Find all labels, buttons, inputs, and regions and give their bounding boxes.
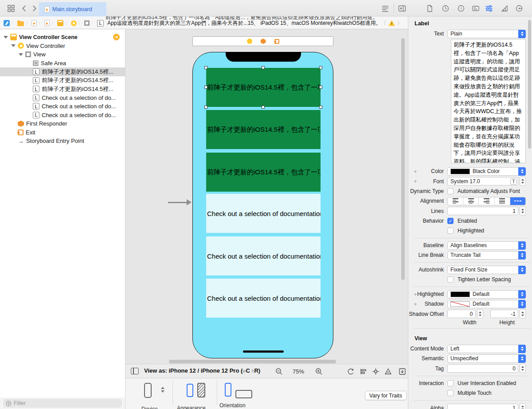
embed-icon[interactable] [399, 368, 406, 375]
shadow-width-field[interactable]: 0 [447, 310, 476, 318]
connections-inspector-icon[interactable] [515, 4, 523, 12]
multiple-touch-checkbox[interactable] [447, 390, 454, 396]
outline-toggle-icon[interactable] [131, 368, 139, 374]
file-inspector-icon[interactable] [426, 4, 434, 12]
align-justify-segment[interactable] [495, 197, 510, 205]
font-field[interactable]: System 17.0 T [447, 177, 518, 185]
size-inspector-icon[interactable] [501, 4, 509, 12]
tab-overview-icon[interactable] [7, 4, 15, 12]
baseline-dropdown[interactable]: Align Baselines [447, 241, 526, 250]
dropdown-stepper[interactable] [518, 251, 526, 260]
help-inspector-icon[interactable]: ? [457, 4, 465, 12]
zoom-in-icon[interactable] [315, 368, 323, 375]
storyboard-file-icon[interactable] [31, 20, 37, 26]
resize-handle[interactable] [204, 66, 207, 69]
outline-item-label-3[interactable]: L 前陣子才更新的iOS14.5裡... [0, 85, 125, 94]
dropdown-stepper[interactable] [518, 354, 526, 363]
alpha-field[interactable]: 1 [447, 404, 518, 409]
add-variation-icon[interactable]: + [414, 291, 417, 298]
cyan-label[interactable]: Check out a selection of documentation..… [206, 236, 321, 275]
dropdown-stepper[interactable] [518, 241, 526, 250]
outline-item-view[interactable]: View [0, 50, 125, 59]
resize-handle[interactable] [319, 106, 322, 109]
device-stepper-icon[interactable] [161, 387, 164, 393]
font-picker-icon[interactable]: T [510, 178, 517, 185]
shadow-width-stepper[interactable] [477, 309, 483, 319]
back-button[interactable] [20, 4, 28, 12]
shadow-height-stepper[interactable] [520, 309, 526, 319]
horizontal-scrollbar[interactable] [169, 360, 336, 363]
dropdown-stepper[interactable] [518, 290, 526, 299]
disclosure-triangle[interactable] [11, 44, 16, 47]
auto-adjusts-font-checkbox[interactable] [447, 188, 454, 194]
cyan-label[interactable]: Check out a selection of documentation..… [206, 279, 321, 318]
semantic-dropdown[interactable]: Unspecified [447, 354, 526, 363]
outline-item-label-6[interactable]: L Check out a selection of do... [0, 111, 125, 120]
align-right-segment[interactable] [479, 197, 494, 205]
view-controller-dock-icon[interactable] [247, 39, 252, 44]
outline-item-label-2[interactable]: L 前陣子才更新的iOS14.5裡... [0, 76, 125, 85]
outline-item-entry-point[interactable]: → Storyboard Entry Point [0, 137, 125, 146]
label-badge-icon[interactable]: L [97, 20, 104, 27]
folder-icon[interactable] [17, 21, 24, 26]
align-natural-segment[interactable] [510, 197, 525, 205]
update-frames-icon[interactable] [347, 368, 355, 375]
tag-field[interactable]: 0 [447, 364, 518, 373]
forward-button[interactable] [30, 4, 38, 12]
color-dropdown[interactable]: Black Color [447, 167, 526, 176]
tab-main-storyboard[interactable]: Main.storyboard [39, 2, 106, 16]
project-icon[interactable] [4, 20, 10, 26]
breadcrumb[interactable]: 〉 〉 〉 〉 〉 〉 〉 L App追蹤透明度是針對廣大的第三方App們，蘋果… [4, 19, 404, 27]
outline-scene-header[interactable]: View Controller Scene ➔ [0, 33, 125, 42]
highlighted-color-dropdown[interactable]: Default [447, 290, 526, 299]
align-icon[interactable] [360, 368, 367, 375]
content-mode-dropdown[interactable]: Left [447, 345, 526, 353]
font-size-stepper[interactable] [520, 177, 526, 186]
add-variation-icon[interactable]: + [414, 301, 417, 307]
zoom-level[interactable]: 75% [288, 368, 309, 375]
device-phone-icon[interactable] [144, 383, 152, 398]
shadow-color-dropdown[interactable]: Default [447, 300, 526, 308]
label-text-area[interactable]: 前陣子才更新的iOS14.5裡，包含了一項名為「App追蹤透明度」的功能，讓用戶… [451, 39, 526, 163]
scene-icon[interactable] [57, 20, 63, 26]
next-issue-button[interactable]: 〉 [397, 20, 403, 27]
orientation-portrait-icon[interactable] [225, 383, 231, 397]
disclosure-triangle[interactable] [4, 36, 8, 39]
view-icon[interactable] [84, 20, 90, 26]
highlighted-checkbox[interactable] [447, 228, 454, 234]
autoshrink-dropdown[interactable]: Fixed Font Size [447, 266, 526, 274]
align-left-segment[interactable] [448, 197, 463, 205]
cyan-label[interactable]: Check out a selection of documentation..… [206, 194, 321, 233]
outline-item-label-1[interactable]: L 前陣子才更新的iOS14.5裡... [0, 67, 125, 76]
inspector-scrollbar[interactable] [528, 20, 531, 149]
lines-stepper[interactable] [520, 206, 526, 216]
go-to-scene-button[interactable]: ➔ [113, 34, 120, 40]
outline-item-exit[interactable]: Exit [0, 128, 125, 137]
iphone-canvas[interactable]: 前陣子才更新的iOS14.5裡，包含了一項... 前陣子才更新的iOS14.5裡… [192, 52, 333, 358]
align-center-segment[interactable] [463, 197, 479, 205]
add-editor-icon[interactable] [398, 4, 406, 12]
resize-handle[interactable] [204, 86, 207, 89]
dropdown-stepper[interactable] [518, 300, 526, 308]
resize-handle[interactable] [319, 86, 322, 89]
outline-item-label-4[interactable]: L Check out a selection of do... [0, 94, 125, 102]
storyboard-entry-point-arrow[interactable] [168, 199, 192, 205]
resize-handle[interactable] [204, 106, 207, 109]
resize-handle[interactable] [319, 66, 322, 69]
add-constraints-icon[interactable] [372, 368, 379, 375]
vertical-scrollbar[interactable] [401, 38, 405, 280]
appearance-light-icon[interactable] [187, 384, 193, 397]
alpha-stepper[interactable] [520, 403, 526, 409]
interface-builder-canvas[interactable]: 前陣子才更新的iOS14.5裡，包含了一項... 前陣子才更新的iOS14.5裡… [125, 29, 408, 409]
breadcrumb-label-text[interactable]: App追蹤透明度是針對廣大的第三方App們，蘋果今天再於...15、 iPadO… [107, 20, 381, 27]
green-label[interactable]: 前陣子才更新的iOS14.5裡，包含了一項... [206, 153, 321, 192]
warning-icon[interactable] [388, 20, 395, 26]
view-controller-icon[interactable] [71, 20, 77, 26]
exit-dock-icon[interactable] [274, 39, 279, 44]
storyboard-file-icon[interactable] [44, 20, 50, 26]
orientation-landscape-icon[interactable] [235, 390, 252, 398]
scene-dock[interactable] [192, 36, 333, 46]
vary-for-traits-button[interactable]: Vary for Traits [365, 391, 407, 400]
add-variation-icon[interactable]: + [414, 168, 417, 175]
outline-item-view-controller[interactable]: View Controller [0, 42, 125, 51]
